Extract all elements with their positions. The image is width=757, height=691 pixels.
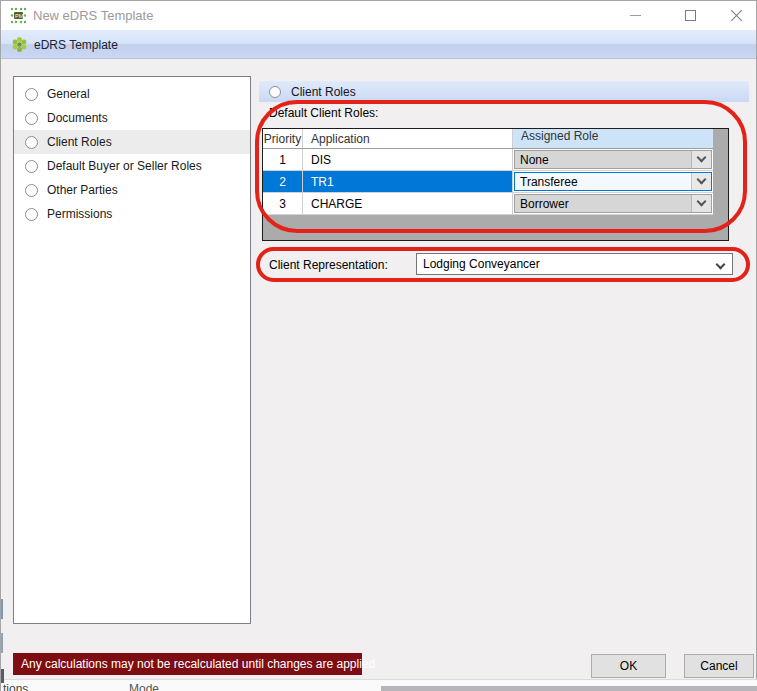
sidebar-item-other-parties[interactable]: Other Parties xyxy=(14,178,250,202)
section-header-client-roles: Client Roles xyxy=(259,81,749,102)
assigned-role-value: Transferee xyxy=(520,175,578,189)
background-edge-fragment xyxy=(1,633,3,653)
background-gray-bar xyxy=(381,686,757,691)
assigned-role-cell: Transferee xyxy=(512,171,713,192)
sidebar-item-permissions[interactable]: Permissions xyxy=(14,202,250,226)
assigned-role-dropdown[interactable]: Borrower xyxy=(514,194,712,213)
radio-icon[interactable] xyxy=(25,160,38,173)
table-header-row: Priority Application Assigned Role xyxy=(263,129,713,149)
sidebar-panel: General Documents Client Roles Default B… xyxy=(13,76,251,624)
application-cell[interactable]: TR1 xyxy=(302,171,512,192)
background-window-strip: tions Mode xyxy=(1,679,757,691)
background-text-fragment: Mode xyxy=(129,682,159,691)
status-message: Any calculations may not be recalculated… xyxy=(21,657,375,671)
radio-icon[interactable] xyxy=(25,184,38,197)
chevron-down-icon xyxy=(716,260,726,270)
radio-icon[interactable] xyxy=(25,136,38,149)
app-icon-text: PM xyxy=(15,13,24,19)
maximize-icon xyxy=(685,10,696,21)
priority-cell[interactable]: 1 xyxy=(263,149,302,170)
dropdown-arrow-button[interactable] xyxy=(691,173,711,190)
table-row[interactable]: 1 DIS None xyxy=(263,149,713,171)
radio-icon[interactable] xyxy=(269,86,281,98)
client-representation-value: Lodging Conveyancer xyxy=(423,257,540,271)
dropdown-arrow-button[interactable] xyxy=(691,151,711,168)
sidebar-item-general[interactable]: General xyxy=(14,82,250,106)
sidebar-item-documents[interactable]: Documents xyxy=(14,106,250,130)
assigned-role-cell: None xyxy=(512,149,713,170)
background-edge-fragment xyxy=(1,669,4,683)
edrs-flower-icon xyxy=(11,36,28,53)
minimize-button[interactable] xyxy=(618,1,652,30)
ok-button[interactable]: OK xyxy=(591,654,666,678)
close-icon xyxy=(730,9,743,22)
status-message-bar: Any calculations may not be recalculated… xyxy=(13,653,362,675)
close-button[interactable] xyxy=(719,1,753,30)
maximize-button[interactable] xyxy=(673,1,707,30)
radio-icon[interactable] xyxy=(25,112,38,125)
sidebar-item-label: Permissions xyxy=(47,207,112,221)
sidebar-item-label: Documents xyxy=(47,111,108,125)
application-cell[interactable]: DIS xyxy=(302,149,512,170)
sidebar-item-label: Client Roles xyxy=(47,135,112,149)
sidebar-item-label: Other Parties xyxy=(47,183,118,197)
minimize-icon xyxy=(630,15,641,16)
table-grid: Priority Application Assigned Role 1 DIS… xyxy=(263,129,713,215)
assigned-role-value: Borrower xyxy=(520,197,569,211)
column-header-application: Application xyxy=(302,129,512,148)
assigned-role-value: None xyxy=(520,153,549,167)
column-header-assigned-role: Assigned Role xyxy=(512,129,713,148)
table-row[interactable]: 3 CHARGE Borrower xyxy=(263,193,713,215)
sidebar-item-default-buyer-seller-roles[interactable]: Default Buyer or Seller Roles xyxy=(14,154,250,178)
table-row-selected[interactable]: 2 TR1 Transferee xyxy=(263,171,713,193)
radio-icon[interactable] xyxy=(25,88,38,101)
client-representation-label: Client Representation: xyxy=(269,258,388,272)
default-client-roles-label: Default Client Roles: xyxy=(269,106,378,120)
chevron-down-icon xyxy=(697,175,707,185)
chevron-down-icon xyxy=(697,197,707,207)
priority-cell[interactable]: 2 xyxy=(263,171,302,192)
assigned-role-dropdown[interactable]: Transferee xyxy=(514,172,712,191)
cancel-button[interactable]: Cancel xyxy=(684,654,754,678)
application-cell[interactable]: CHARGE xyxy=(302,193,512,214)
window-title: New eDRS Template xyxy=(33,8,153,23)
app-icon: PM xyxy=(10,7,27,24)
sidebar-item-label: General xyxy=(47,87,90,101)
priority-cell[interactable]: 3 xyxy=(263,193,302,214)
background-text-fragment: tions xyxy=(3,682,28,691)
client-representation-dropdown[interactable]: Lodging Conveyancer xyxy=(416,253,733,275)
sidebar-item-label: Default Buyer or Seller Roles xyxy=(47,159,202,173)
assigned-role-cell: Borrower xyxy=(512,193,713,214)
dialog-window: PM New eDRS Template eDRS Template Gener… xyxy=(0,0,757,691)
section-title: Client Roles xyxy=(291,85,356,99)
default-client-roles-table: Priority Application Assigned Role 1 DIS… xyxy=(262,128,729,241)
header-title: eDRS Template xyxy=(34,38,118,52)
title-bar: PM New eDRS Template xyxy=(1,1,756,30)
dropdown-arrow-button[interactable] xyxy=(691,195,711,212)
radio-icon[interactable] xyxy=(25,208,38,221)
column-header-priority: Priority xyxy=(263,129,302,148)
chevron-down-icon xyxy=(697,153,707,163)
sidebar-item-client-roles[interactable]: Client Roles xyxy=(14,130,250,154)
background-edge-fragment xyxy=(1,599,3,619)
assigned-role-dropdown[interactable]: None xyxy=(514,150,712,169)
header-band: eDRS Template xyxy=(1,30,756,59)
